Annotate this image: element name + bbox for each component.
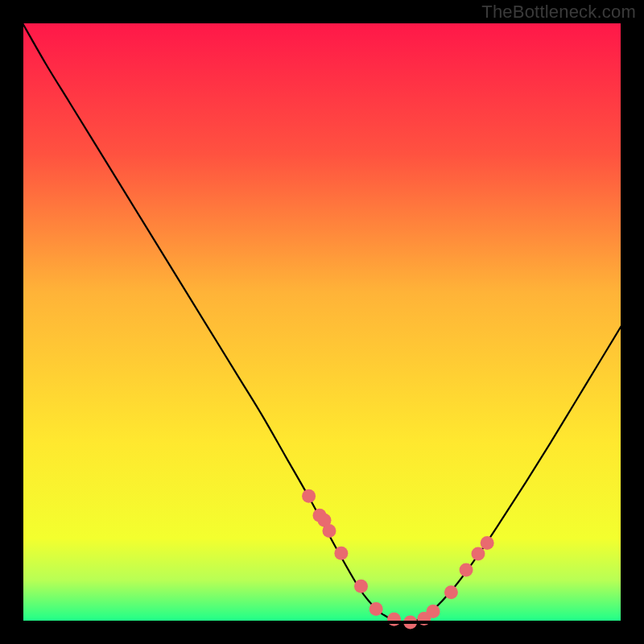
data-point	[354, 580, 368, 593]
data-point	[334, 547, 348, 560]
bottleneck-curve-chart	[0, 0, 644, 644]
data-point	[427, 605, 440, 618]
data-point	[444, 585, 458, 599]
data-point	[302, 489, 316, 503]
data-point	[369, 602, 383, 616]
data-point	[460, 564, 473, 577]
data-point	[471, 547, 485, 560]
data-point	[481, 536, 494, 550]
data-point	[322, 524, 336, 538]
plot-area	[22, 22, 622, 622]
data-point	[387, 613, 401, 626]
watermark-text: TheBottleneck.com	[481, 2, 636, 23]
chart-container: TheBottleneck.com	[0, 0, 644, 644]
